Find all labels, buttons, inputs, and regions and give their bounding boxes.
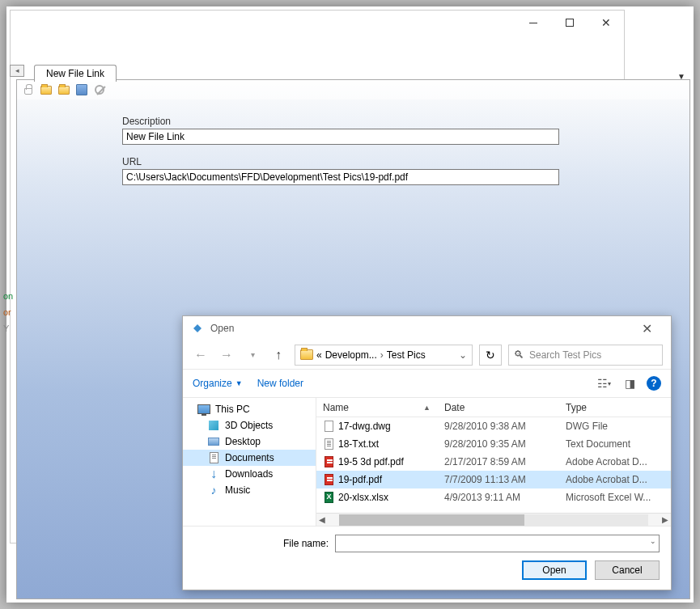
back-button[interactable]: ← <box>191 345 210 365</box>
search-placeholder: Search Test Pics <box>529 349 601 361</box>
download-icon: ↓ <box>207 468 220 480</box>
app-icon <box>191 322 204 335</box>
filename-dropdown-icon[interactable]: ⌄ <box>650 537 656 545</box>
file-row[interactable]: 19-pdf.pdf7/7/2009 11:13 AMAdobe Acrobat… <box>316 471 671 488</box>
file-list: 17-dwg.dwg9/28/2010 9:38 AMDWG File18-Tx… <box>316 417 671 513</box>
chevron-down-icon[interactable]: ⌄ <box>459 349 467 361</box>
file-row[interactable]: 18-Txt.txt9/28/2010 9:35 AMText Document <box>316 435 671 453</box>
search-input[interactable]: 🔍︎ Search Test Pics <box>508 345 663 366</box>
nav-item-3d-objects[interactable]: 3D Objects <box>183 417 316 433</box>
doc-icon <box>207 452 220 463</box>
up-button[interactable]: ↑ <box>269 345 288 365</box>
maximize-button[interactable] <box>551 11 588 35</box>
dialog-close-button[interactable]: ✕ <box>630 321 663 336</box>
disabled-icon <box>91 82 108 98</box>
tab-new-file-link[interactable]: New File Link <box>34 65 117 82</box>
search-icon: 🔍︎ <box>514 349 524 361</box>
unlock-icon[interactable] <box>20 82 36 98</box>
nav-item-documents[interactable]: Documents <box>183 450 316 466</box>
toolbar <box>17 80 689 99</box>
open-folder-icon[interactable] <box>38 82 54 98</box>
breadcrumb-part1[interactable]: Developm... <box>325 349 377 361</box>
filename-label: File name: <box>283 538 329 549</box>
open-dialog: Open ✕ ← → ▾ ↑ « Developm... › Test Pics… <box>182 315 672 590</box>
pdf-file-icon <box>323 455 334 468</box>
file-row[interactable]: 20-xlsx.xlsx4/9/2013 9:11 AMMicrosoft Ex… <box>316 488 671 506</box>
url-input[interactable] <box>122 169 559 185</box>
organize-button[interactable]: Organize▼ <box>193 378 243 389</box>
recent-dropdown[interactable]: ▾ <box>243 345 262 365</box>
breadcrumb[interactable]: « Developm... › Test Pics ⌄ <box>295 345 473 366</box>
minimize-button[interactable] <box>515 11 551 35</box>
side-panel-tab[interactable]: ◂ <box>10 65 24 77</box>
close-button[interactable]: ✕ <box>588 11 624 35</box>
column-date[interactable]: Date <box>438 402 559 413</box>
hint-c: Y <box>3 324 13 333</box>
view-options-button[interactable]: ☷▾ <box>595 375 613 391</box>
forward-button[interactable]: → <box>217 345 236 365</box>
xlsx-file-icon <box>323 491 334 504</box>
chevron-down-icon: ▼ <box>235 379 243 387</box>
file-row[interactable]: 17-dwg.dwg9/28/2010 9:38 AMDWG File <box>316 417 671 435</box>
refresh-button[interactable]: ↻ <box>479 345 502 366</box>
filename-input[interactable] <box>335 535 660 552</box>
pdf-file-icon <box>323 473 334 486</box>
txt-file-icon <box>323 438 334 450</box>
description-label: Description <box>122 116 665 127</box>
side-hints: on or Y <box>3 291 13 340</box>
navigation-pane: This PC3D ObjectsDesktopDocuments↓Downlo… <box>183 398 316 526</box>
horizontal-scrollbar[interactable]: ◀ ▶ <box>316 513 671 526</box>
desktop-icon <box>207 436 220 447</box>
save-icon[interactable] <box>74 82 90 98</box>
description-input[interactable] <box>122 129 559 145</box>
breadcrumb-prefix: « <box>316 349 322 361</box>
nav-item-music[interactable]: ♪Music <box>183 482 316 498</box>
hint-a: on <box>3 291 13 301</box>
chevron-right-icon: › <box>380 349 384 361</box>
breadcrumb-part2[interactable]: Test Pics <box>387 349 426 361</box>
column-headers: Name▲ Date Type <box>316 398 671 417</box>
nav-item-desktop[interactable]: Desktop <box>183 433 316 450</box>
file-row[interactable]: 19-5 3d pdf.pdf2/17/2017 8:59 AMAdobe Ac… <box>316 453 671 471</box>
help-button[interactable]: ? <box>647 376 661 391</box>
new-folder-button[interactable]: New folder <box>257 378 303 389</box>
column-name[interactable]: Name▲ <box>316 402 438 413</box>
sort-asc-icon: ▲ <box>423 404 431 412</box>
nav-item-downloads[interactable]: ↓Downloads <box>183 466 316 482</box>
hint-b: or <box>3 307 13 317</box>
browse-folder-icon[interactable] <box>56 82 72 98</box>
generic-file-icon <box>323 420 334 433</box>
nav-item-this-pc[interactable]: This PC <box>183 401 316 417</box>
column-type[interactable]: Type <box>559 402 671 413</box>
dialog-title: Open <box>210 323 234 334</box>
cube-icon <box>207 420 220 431</box>
music-icon: ♪ <box>207 484 220 496</box>
url-label: URL <box>122 156 665 167</box>
preview-pane-button[interactable]: ◨ <box>621 375 638 391</box>
open-button[interactable]: Open <box>522 560 587 580</box>
titlebar: ✕ <box>11 11 624 35</box>
folder-icon <box>300 349 313 360</box>
cancel-button[interactable]: Cancel <box>595 560 660 580</box>
pc-icon <box>197 404 210 415</box>
